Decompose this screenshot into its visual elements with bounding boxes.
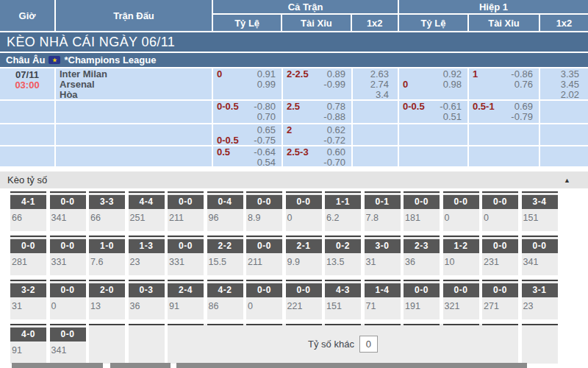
collapse-arrow-icon[interactable]: ▲: [564, 177, 570, 184]
score-cell[interactable]: 4-4251: [129, 191, 165, 231]
odds-value[interactable]: -0.72: [323, 135, 345, 145]
odds-value[interactable]: -0.99: [323, 79, 345, 90]
score-cell[interactable]: 0-0281: [10, 236, 46, 275]
odds-value[interactable]: 0.78: [327, 102, 345, 112]
score-cell[interactable]: 2-19.9: [286, 236, 322, 275]
handicap-line: 2: [287, 125, 292, 135]
odds-value[interactable]: 0.60: [327, 147, 345, 158]
score-cell[interactable]: 0-00: [482, 191, 518, 231]
score-cell[interactable]: 1-471: [365, 280, 401, 319]
odds-value[interactable]: 0.54: [257, 158, 276, 166]
score-cell[interactable]: 0-08.9: [246, 191, 282, 231]
score-cell[interactable]: 0-336: [129, 280, 165, 319]
score-cell[interactable]: 3-4151: [522, 191, 558, 231]
score-cell[interactable]: 4-091: [10, 324, 46, 364]
odds-value[interactable]: 0.65: [257, 125, 276, 135]
score-chip: 0-0: [443, 283, 479, 297]
score-cell[interactable]: 1-210: [443, 236, 479, 275]
odds-value[interactable]: 0.69: [514, 102, 533, 112]
odds-line: 0-0.5-0.61: [403, 102, 462, 112]
score-cell[interactable]: 0-17.8: [365, 191, 401, 231]
odds-value[interactable]: 0.98: [443, 79, 462, 90]
odds-value[interactable]: -0.80: [254, 102, 276, 112]
score-cell[interactable]: 0-0211: [246, 236, 282, 275]
odds-value[interactable]: -0.79: [511, 112, 533, 122]
score-cell[interactable]: 0-00: [246, 280, 282, 319]
odds-line: 0.76: [473, 79, 533, 90]
odds-value[interactable]: -0.75: [254, 135, 276, 145]
score-cell[interactable]: 0-00: [443, 191, 479, 231]
score-chip: 0-0: [482, 195, 518, 209]
odds-value[interactable]: -0.70: [323, 158, 345, 166]
score-cell-empty: [89, 324, 125, 364]
score-chip: 0-2: [325, 239, 361, 253]
odds-value[interactable]: -0.61: [440, 102, 462, 112]
odds-value[interactable]: 3.45: [544, 79, 579, 90]
odds-value[interactable]: 0.76: [514, 79, 533, 90]
score-cell[interactable]: 2-491: [168, 280, 204, 319]
score-chip: 4-2: [207, 283, 243, 297]
score-cell[interactable]: 0-0191: [404, 280, 440, 319]
odds-value[interactable]: 0.70: [257, 112, 276, 122]
odds-value[interactable]: 0.92: [443, 69, 462, 79]
odds-value[interactable]: -0.86: [511, 69, 533, 79]
odds-value[interactable]: 0.99: [257, 79, 276, 90]
score-cell[interactable]: 4-166: [10, 191, 46, 231]
score-odds-value: 13.5: [325, 257, 361, 267]
score-cell[interactable]: 0-0341: [50, 191, 86, 231]
score-cell[interactable]: 0-0231: [482, 236, 518, 275]
score-cell[interactable]: 0-0331: [50, 236, 86, 275]
h1-handicap-cell: 0.9200.98: [399, 68, 469, 99]
odds-value[interactable]: 0.89: [327, 69, 345, 79]
score-cell[interactable]: 4-3151: [325, 280, 361, 319]
score-cell[interactable]: 0-00: [286, 191, 322, 231]
score-cell[interactable]: 3-123: [522, 280, 558, 319]
odds-line: 0-0.5-0.80: [217, 102, 276, 112]
odds-value[interactable]: 3.35: [544, 69, 579, 79]
score-cell[interactable]: 1-07.6: [89, 236, 125, 275]
ft-handicap-cell: 0-0.5-0.800.70: [213, 101, 283, 123]
score-cell[interactable]: 1-323: [129, 236, 165, 275]
h1-handicap-cell: 0-0.5-0.610.51: [399, 101, 469, 123]
score-cell[interactable]: 0-0331: [168, 236, 204, 275]
score-cell[interactable]: 2-215.5: [207, 236, 243, 275]
odds-value[interactable]: 0.51: [443, 112, 462, 122]
score-cell[interactable]: 0-496: [207, 191, 243, 231]
score-odds-value: 0: [50, 301, 86, 311]
score-cell[interactable]: 3-231: [10, 280, 46, 319]
score-odds-value: 251: [129, 213, 165, 223]
odds-value[interactable]: 2.63: [356, 69, 389, 79]
odds-value[interactable]: 0.62: [327, 125, 345, 135]
score-cell[interactable]: 4-286: [207, 280, 243, 319]
score-section-header[interactable]: Kèo tỷ số ▲: [0, 171, 588, 188]
score-cell[interactable]: 0-213.5: [325, 236, 361, 275]
odds-value[interactable]: 2.02: [544, 90, 579, 99]
score-section-title: Kèo tỷ số: [7, 174, 47, 185]
odds-value[interactable]: -0.64: [254, 147, 276, 158]
score-cell[interactable]: 2-336: [404, 236, 440, 275]
score-cell[interactable]: 0-0341: [522, 236, 558, 275]
score-cell[interactable]: 0-0221: [286, 280, 322, 319]
odds-value[interactable]: 2.74: [356, 79, 389, 90]
score-chip: 0-0: [50, 283, 86, 297]
odds-value[interactable]: 0.91: [257, 69, 276, 79]
handicap-line: 1: [473, 69, 478, 79]
score-cell[interactable]: 3-031: [365, 236, 401, 275]
odds-value[interactable]: -0.88: [323, 112, 345, 122]
score-cell[interactable]: 0-0181: [404, 191, 440, 231]
odds-value[interactable]: 3.4: [356, 90, 389, 99]
score-cell[interactable]: 0-00: [50, 280, 86, 319]
score-cell[interactable]: 3-366: [89, 191, 125, 231]
score-cell[interactable]: 0-0321: [443, 280, 479, 319]
handicap-line: 0-0.5: [217, 102, 239, 112]
match-time: 03:00: [0, 80, 54, 91]
ft-handicap-cell: 00.910.99: [213, 68, 283, 99]
score-cell[interactable]: 2-013: [89, 280, 125, 319]
score-cell[interactable]: 0-0271: [482, 280, 518, 319]
odds-line: -0.79: [473, 112, 533, 122]
score-cell[interactable]: 1-16.2: [325, 191, 361, 231]
score-cell[interactable]: 0-0211: [168, 191, 204, 231]
score-cell[interactable]: 0-0341: [50, 324, 86, 364]
other-score-input[interactable]: [359, 336, 378, 353]
score-odds-value: 13: [89, 301, 125, 311]
